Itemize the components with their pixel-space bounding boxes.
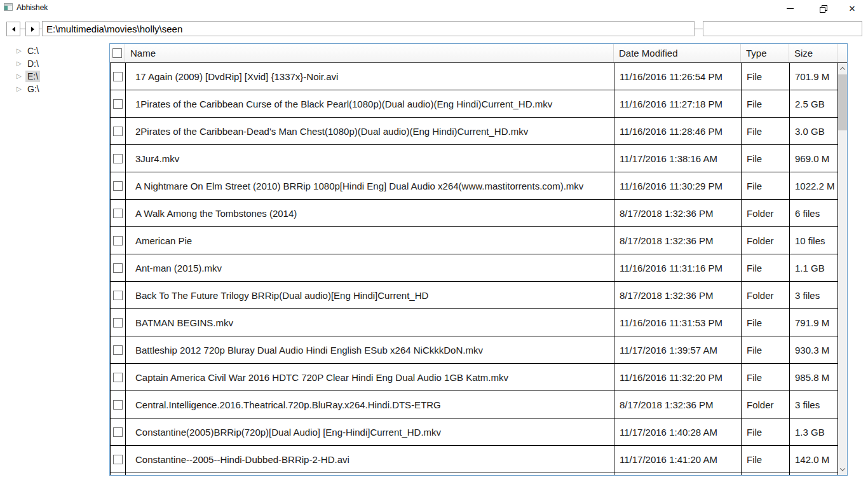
select-all-checkbox[interactable] xyxy=(112,48,122,58)
restore-icon xyxy=(820,5,827,12)
row-checkbox[interactable] xyxy=(113,427,123,437)
size-cell: 985.8 M xyxy=(790,364,838,391)
table-row[interactable]: Constantine(2005)BRRip(720p)[Dual Audio]… xyxy=(110,418,838,446)
forward-arrow-icon xyxy=(31,27,34,32)
close-icon: × xyxy=(849,3,855,14)
back-button[interactable] xyxy=(6,22,20,36)
size-cell: 2.5 GB xyxy=(790,90,838,117)
table-row[interactable]: BATMAN BEGINS.mkv 11/16/2016 11:31:53 PM… xyxy=(110,309,838,336)
scrollbar-thumb[interactable] xyxy=(838,74,847,130)
row-checkbox-cell xyxy=(111,309,126,336)
scrollbar-up-button[interactable] xyxy=(838,64,847,73)
date-modified-cell: 11/17/2016 1:38:16 AM xyxy=(614,145,742,172)
vertical-scrollbar[interactable] xyxy=(838,63,847,475)
table-row[interactable]: Battleship 2012 720p Bluray Dual Audio H… xyxy=(110,336,838,364)
type-cell: Folder xyxy=(742,200,790,226)
file-name-cell: Ant-man (2015).mkv xyxy=(126,254,614,281)
drive-label[interactable]: C:\ xyxy=(25,45,41,57)
size-cell: 1.3 GB xyxy=(790,418,838,445)
size-cell xyxy=(790,473,838,476)
type-cell: File xyxy=(742,90,790,117)
row-checkbox-cell xyxy=(111,172,126,199)
row-checkbox[interactable] xyxy=(113,263,123,273)
date-modified-cell: 8/17/2018 1:32:36 PM xyxy=(614,282,742,308)
tree-item-drive[interactable]: ▷ C:\ xyxy=(17,45,41,57)
tree-expander-icon[interactable]: ▷ xyxy=(17,83,25,95)
tree-item-drive[interactable]: ▷ E:\ xyxy=(17,70,41,83)
row-checkbox-cell xyxy=(111,254,126,281)
minimize-button[interactable] xyxy=(780,0,799,17)
column-header-type[interactable]: Type xyxy=(741,44,789,62)
type-cell: File xyxy=(742,336,790,363)
column-header-size[interactable]: Size xyxy=(789,44,837,62)
row-checkbox[interactable] xyxy=(113,318,123,328)
app-icon xyxy=(4,3,13,11)
date-modified-cell: 8/17/2018 1:32:36 PM xyxy=(614,227,742,254)
table-row[interactable]: Back To The Future Trilogy BRRip(Dual au… xyxy=(110,282,838,309)
type-cell: File xyxy=(742,418,790,445)
file-table-body: 17 Again (2009) [DvdRip] [Xvid] {1337x}-… xyxy=(110,63,838,476)
row-checkbox[interactable] xyxy=(113,236,123,245)
table-row[interactable]: Ant-man (2015).mkv 11/16/2016 11:31:16 P… xyxy=(110,254,838,282)
row-checkbox[interactable] xyxy=(113,209,123,218)
chevron-down-icon xyxy=(840,466,845,471)
file-name-cell: 2Pirates of the Caribbean-Dead's Man Che… xyxy=(126,118,614,144)
drive-label[interactable]: E:\ xyxy=(25,71,40,82)
table-row[interactable]: Captain America Civil War 2016 HDTC 720P… xyxy=(110,364,838,391)
row-checkbox[interactable] xyxy=(113,400,123,410)
column-header-date-modified[interactable]: Date Modified xyxy=(614,44,741,62)
row-checkbox[interactable] xyxy=(113,345,123,355)
row-checkbox[interactable] xyxy=(113,72,123,81)
type-cell: File xyxy=(742,446,790,473)
drive-label[interactable]: D:\ xyxy=(25,58,41,69)
type-cell: File xyxy=(742,63,790,90)
date-modified-cell: 11/17/2016 1:40:28 AM xyxy=(614,418,742,445)
tree-expander-icon[interactable]: ▷ xyxy=(17,45,25,57)
file-name-cell: Constantine--2005--Hindi-Dubbed-BRRip-2-… xyxy=(126,446,614,473)
row-checkbox-cell xyxy=(111,391,126,418)
row-checkbox[interactable] xyxy=(113,99,123,109)
forward-button[interactable] xyxy=(25,22,39,36)
secondary-input[interactable] xyxy=(703,21,862,36)
table-row[interactable]: 2Pirates of the Caribbean-Dead's Man Che… xyxy=(110,118,838,145)
scrollbar-down-button[interactable] xyxy=(838,465,847,474)
type-cell: File xyxy=(742,309,790,336)
tree-expander-icon[interactable]: ▷ xyxy=(17,57,25,70)
table-row[interactable]: Constantine--2005--Hindi-Dubbed-BRRip-2-… xyxy=(110,446,838,473)
date-modified-cell: 11/16/2016 11:31:16 PM xyxy=(614,254,742,281)
row-checkbox[interactable] xyxy=(113,154,123,163)
tree-item-drive[interactable]: ▷ G:\ xyxy=(17,83,41,95)
row-checkbox[interactable] xyxy=(113,181,123,191)
file-name-cell: Captain America Civil War 2016 HDTC 720P… xyxy=(126,364,614,391)
row-checkbox[interactable] xyxy=(113,455,123,464)
tree-item-drive[interactable]: ▷ D:\ xyxy=(17,57,41,70)
table-row-partial[interactable]: 11/17/2016 xyxy=(110,473,838,476)
size-cell: 791.9 M xyxy=(790,309,838,336)
row-checkbox[interactable] xyxy=(113,127,123,136)
row-checkbox[interactable] xyxy=(113,373,123,382)
nav-connector xyxy=(695,29,703,29)
nav-connector xyxy=(20,29,25,29)
row-checkbox-cell xyxy=(111,200,126,226)
table-row[interactable]: 17 Again (2009) [DvdRip] [Xvid] {1337x}-… xyxy=(110,63,838,90)
table-row[interactable]: 1Pirates of the Caribbean Curse of the B… xyxy=(110,90,838,118)
table-row[interactable]: A Walk Among the Tombstones (2014) 8/17/… xyxy=(110,200,838,227)
table-row[interactable]: Central.Intelligence.2016.Theatrical.720… xyxy=(110,391,838,418)
file-name-cell: Constantine(2005)BRRip(720p)[Dual Audio]… xyxy=(126,418,614,445)
close-button[interactable]: × xyxy=(843,0,862,17)
table-row[interactable]: American Pie 8/17/2018 1:32:36 PM Folder… xyxy=(110,227,838,254)
column-header-name[interactable]: Name xyxy=(125,44,614,62)
size-cell: 3 files xyxy=(790,282,838,308)
row-checkbox[interactable] xyxy=(113,291,123,300)
drive-label[interactable]: G:\ xyxy=(25,83,41,95)
row-checkbox-cell xyxy=(111,473,126,476)
type-cell: File xyxy=(742,118,790,144)
restore-button[interactable] xyxy=(813,0,832,17)
file-name-cell: 1Pirates of the Caribbean Curse of the B… xyxy=(126,90,614,117)
tree-expander-icon[interactable]: ▷ xyxy=(17,70,25,83)
address-bar-input[interactable] xyxy=(42,21,695,36)
table-row[interactable]: A Nightmare On Elm Street (2010) BRRip 1… xyxy=(110,172,838,200)
row-checkbox-cell xyxy=(111,145,126,172)
table-row[interactable]: 3Jur4.mkv 11/17/2016 1:38:16 AM File 969… xyxy=(110,145,838,172)
size-cell: 1022.2 M xyxy=(790,172,838,199)
